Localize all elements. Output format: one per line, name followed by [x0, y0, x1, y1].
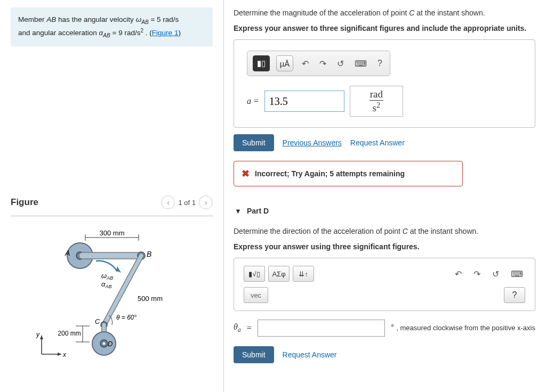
format-button[interactable]: ▮√▯ [244, 266, 265, 282]
caret-down-icon: ▼ [235, 207, 242, 215]
unit-denominator: s2 [370, 100, 384, 114]
figure-prev-button[interactable]: ‹ [161, 195, 175, 209]
partD-suffix: ∘ , measured clockwise from the positive… [390, 323, 535, 333]
undo-icon[interactable]: ↶ [300, 59, 311, 69]
partD-request-answer-link[interactable]: Request Answer [283, 350, 337, 359]
partC-unit-box[interactable]: rad s2 [350, 86, 403, 117]
problem-statement: Member AB has the angular velocity ωAB =… [11, 7, 213, 46]
partD-button-row: Submit Request Answer [234, 346, 535, 363]
partC-toolbar: ▮▯ µÅ ↶ ↷ ↺ ⌨ ? [247, 51, 390, 76]
partC-answer-box: ▮▯ µÅ ↶ ↷ ↺ ⌨ ? a = rad s2 [234, 39, 535, 128]
label-B: B [147, 250, 151, 258]
partD-var-label: θa [234, 322, 241, 334]
units-button[interactable]: µÅ [276, 55, 293, 71]
partC-instruction: Express your answer to three significant… [234, 23, 535, 34]
eq-sign: = [246, 323, 252, 333]
dim-ab: 300 mm [99, 229, 124, 237]
reset-icon[interactable]: ↺ [335, 59, 346, 69]
partD-header[interactable]: ▼ Part D [234, 207, 535, 215]
undo-icon[interactable]: ↶ [453, 269, 464, 279]
svg-marker-21 [58, 353, 61, 356]
keyboard-icon[interactable]: ⌨ [352, 59, 369, 69]
partD-instruction: Express your answer using three signific… [234, 241, 535, 252]
partD-submit-button[interactable]: Submit [234, 346, 274, 363]
partC-question: Determine the magnitude of the accelerat… [234, 7, 535, 19]
label-D: D [108, 340, 113, 348]
partC-previous-answers-link[interactable]: Previous Answers [283, 138, 342, 147]
figure-diagram: 300 mm 500 mm θ = 60° [11, 224, 213, 362]
partD-answer-box: ▮√▯ ΑΣφ ⇊↑ ↶ ↷ ↺ ⌨ vec ? [234, 258, 535, 311]
figure-link[interactable]: Figure 1 [152, 29, 179, 37]
partD-answer-row: θa = ∘ , measured clockwise from the pos… [234, 320, 535, 337]
partC-value-input[interactable] [264, 91, 344, 112]
keyboard-icon[interactable]: ⌨ [509, 269, 525, 279]
right-panel: Determine the magnitude of the accelerat… [224, 0, 546, 392]
figure-header: Figure ‹ 1 of 1 › [11, 195, 213, 216]
dim-cd: 200 mm [58, 330, 81, 337]
label-omega: ωAB [101, 272, 113, 281]
partC-feedback: ✖ Incorrect; Try Again; 5 attempts remai… [234, 161, 463, 186]
redo-icon[interactable]: ↷ [317, 59, 328, 69]
axis-x: x [62, 351, 67, 358]
greek-button[interactable]: ΑΣφ [268, 266, 290, 282]
figure-section: Figure ‹ 1 of 1 › [11, 195, 213, 362]
figure-nav-label: 1 of 1 [178, 199, 196, 207]
figure-title: Figure [11, 197, 38, 208]
svg-point-16 [102, 342, 105, 345]
dim-bc: 500 mm [138, 295, 163, 303]
incorrect-icon: ✖ [242, 168, 250, 179]
help-icon[interactable]: ? [375, 59, 384, 68]
unit-numerator: rad [370, 88, 383, 100]
partC-answer-row: a = rad s2 [247, 86, 522, 117]
partC-button-row: Submit Previous Answers Request Answer [234, 134, 535, 151]
figure-next-button[interactable]: › [199, 195, 213, 209]
svg-rect-3 [79, 252, 143, 259]
redo-icon[interactable]: ↷ [471, 269, 483, 279]
partC-var-label: a = [247, 96, 259, 106]
reset-icon[interactable]: ↺ [490, 269, 501, 279]
partC-submit-button[interactable]: Submit [234, 134, 274, 151]
partD-value-input[interactable] [258, 320, 385, 337]
label-A: A [65, 249, 70, 257]
partD-question: Determine the direction of the accelerat… [234, 226, 535, 237]
templates-button[interactable]: ▮▯ [253, 55, 270, 71]
partC-request-answer-link[interactable]: Request Answer [350, 138, 405, 147]
arrows-button[interactable]: ⇊↑ [293, 266, 314, 282]
vec-button[interactable]: vec [244, 287, 268, 303]
svg-marker-23 [40, 336, 43, 339]
help-button[interactable]: ? [504, 287, 525, 303]
left-panel: Member AB has the angular velocity ωAB =… [0, 0, 224, 392]
feedback-text: Incorrect; Try Again; 5 attempts remaini… [255, 169, 405, 178]
label-alpha: αAB [101, 280, 111, 289]
problem-text: Member AB has the angular velocity ωAB =… [18, 15, 181, 37]
axis-y: y [36, 331, 40, 338]
label-C: C [95, 317, 100, 325]
angle-theta: θ = 60° [116, 314, 137, 321]
figure-nav: ‹ 1 of 1 › [161, 195, 213, 209]
partD-toolbar: ▮√▯ ΑΣφ ⇊↑ ↶ ↷ ↺ ⌨ [244, 266, 525, 282]
partD-title: Part D [247, 207, 269, 215]
